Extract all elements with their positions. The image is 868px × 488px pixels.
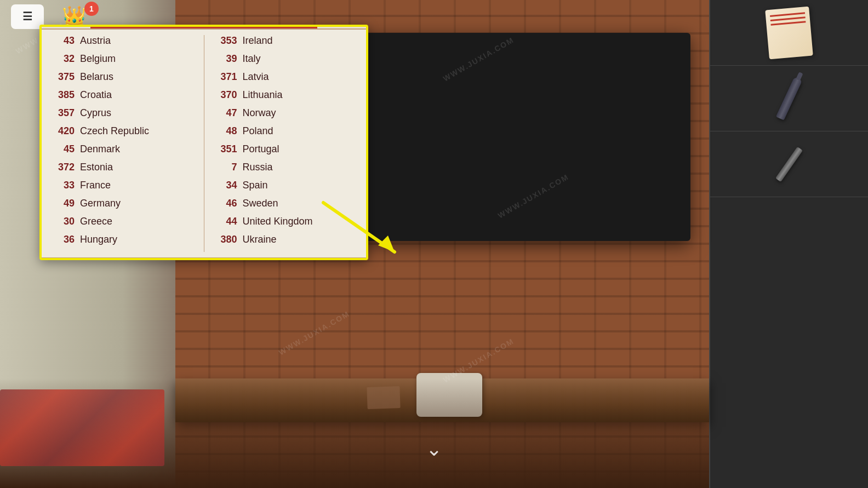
- right-number-0: 353: [213, 35, 237, 47]
- menu-icon: ☰: [22, 10, 32, 23]
- right-country-4: Norway: [243, 107, 276, 119]
- book-row: 49Germany: [50, 198, 196, 209]
- book-row: 420Czech Republic: [50, 125, 196, 137]
- book-row: 7Russia: [213, 162, 358, 173]
- book-left-column: 43Austria32Belgium375Belarus385Croatia35…: [42, 35, 204, 252]
- left-country-1: Belgium: [80, 53, 116, 65]
- tool-item: [775, 146, 803, 181]
- right-country-6: Portugal: [243, 143, 279, 155]
- nav-next-arrow[interactable]: ▷: [209, 259, 218, 260]
- right-country-0: Ireland: [243, 35, 273, 47]
- inventory-item-tool[interactable]: [710, 131, 868, 197]
- book-item: [765, 6, 813, 59]
- right-inventory-panel: [709, 0, 868, 488]
- book-row: 33France: [50, 180, 196, 191]
- book-row: 47Norway: [213, 107, 358, 119]
- book-row: 30Greece: [50, 216, 196, 227]
- left-country-2: Belarus: [80, 71, 113, 83]
- bottle-item: [776, 77, 802, 120]
- right-number-6: 351: [213, 143, 237, 155]
- right-number-3: 370: [213, 89, 237, 101]
- book-row: 385Croatia: [50, 89, 196, 101]
- left-country-7: Estonia: [80, 162, 113, 173]
- left-country-6: Denmark: [80, 143, 120, 155]
- menu-button[interactable]: ☰: [11, 4, 44, 29]
- right-country-2: Latvia: [243, 71, 269, 83]
- book-row: 32Belgium: [50, 53, 196, 65]
- right-number-1: 39: [213, 53, 237, 65]
- right-number-9: 46: [213, 198, 237, 209]
- right-number-7: 7: [213, 162, 237, 173]
- rug: [0, 389, 164, 466]
- left-number-0: 43: [50, 35, 75, 47]
- left-number-6: 45: [50, 143, 75, 155]
- book-row: 372Estonia: [50, 162, 196, 173]
- left-number-7: 372: [50, 162, 75, 173]
- book-row: 45Denmark: [50, 143, 196, 155]
- yellow-arrow: [307, 186, 416, 268]
- inventory-item-bottle[interactable]: [710, 66, 868, 131]
- left-country-3: Croatia: [80, 89, 112, 101]
- right-number-11: 380: [213, 234, 237, 245]
- right-number-10: 44: [213, 216, 237, 227]
- left-country-8: France: [80, 180, 111, 191]
- left-number-5: 420: [50, 125, 75, 137]
- book-row: 351Portugal: [213, 143, 358, 155]
- right-country-10: United Kingdom: [243, 216, 313, 227]
- book-header-line: [90, 27, 317, 28]
- book-row: 371Latvia: [213, 71, 358, 83]
- left-country-11: Hungary: [80, 234, 117, 245]
- book-row: 36Hungary: [50, 234, 196, 245]
- nav-prev-arrow[interactable]: ◁: [190, 259, 198, 260]
- notification-badge: 1: [84, 2, 99, 16]
- left-country-5: Czech Republic: [80, 125, 149, 137]
- book-row: 39Italy: [213, 53, 358, 65]
- book-row: 48Poland: [213, 125, 358, 137]
- right-number-4: 47: [213, 107, 237, 119]
- book-row: 357Cyprus: [50, 107, 196, 119]
- left-number-9: 49: [50, 198, 75, 209]
- book-row: 370Lithuania: [213, 89, 358, 101]
- left-number-3: 385: [50, 89, 75, 101]
- right-number-2: 371: [213, 71, 237, 83]
- right-country-11: Ukraine: [243, 234, 277, 245]
- left-country-0: Austria: [80, 35, 111, 47]
- right-country-9: Sweden: [243, 198, 278, 209]
- inventory-item-book[interactable]: [710, 0, 868, 66]
- right-country-8: Spain: [243, 180, 268, 191]
- book-row: 43Austria: [50, 35, 196, 47]
- book-row: 375Belarus: [50, 71, 196, 83]
- left-number-10: 30: [50, 216, 75, 227]
- right-number-5: 48: [213, 125, 237, 137]
- scroll-chevron[interactable]: ⌄: [426, 438, 442, 461]
- svg-marker-1: [378, 236, 395, 252]
- left-country-9: Germany: [80, 198, 121, 209]
- left-number-8: 33: [50, 180, 75, 191]
- left-country-4: Cyprus: [80, 107, 111, 119]
- right-country-3: Lithuania: [243, 89, 283, 101]
- left-number-1: 32: [50, 53, 75, 65]
- left-country-10: Greece: [80, 216, 112, 227]
- book-row: 353Ireland: [213, 35, 358, 47]
- right-country-7: Russia: [243, 162, 273, 173]
- right-number-8: 34: [213, 180, 237, 191]
- left-number-2: 375: [50, 71, 75, 83]
- left-number-4: 357: [50, 107, 75, 119]
- right-country-5: Poland: [243, 125, 273, 137]
- right-country-1: Italy: [243, 53, 261, 65]
- left-number-11: 36: [50, 234, 75, 245]
